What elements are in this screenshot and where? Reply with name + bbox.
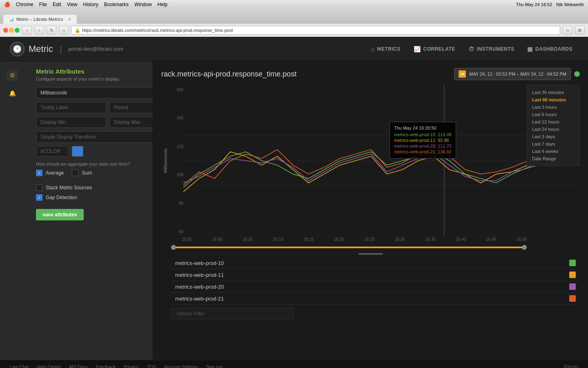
time-range-30min[interactable]: Last 30 minutes [532,89,575,96]
time-range-7d[interactable]: Last 7 days [532,140,575,148]
mac-time: Thu May 24 16:52 [516,2,552,7]
y-tick-120: 120 [171,144,183,149]
back-button[interactable]: ‹ [22,26,32,35]
sum-label: Sum [82,170,92,176]
color-swatch[interactable] [72,146,83,157]
footer-api-docs[interactable]: API Docs [69,364,88,368]
bookmarks-menu[interactable]: Bookmarks [104,2,129,7]
edit-menu[interactable]: Edit [53,2,61,7]
time-range-4w[interactable]: Last 4 weeks [532,148,575,155]
time-range-6h[interactable]: Last 6 hours [532,111,575,118]
display-max-input[interactable] [109,117,153,128]
chart-container: Milliseconds 160 140 120 100 80 60 [161,85,580,319]
app-name: Metric [29,44,53,54]
logo-separator: | [60,44,62,54]
mac-user: Nik Wekwerth [556,2,584,7]
x-tick-10: 16:45 [486,237,496,242]
mac-os-bar: 🍎 Chrome File Edit View History Bookmark… [0,0,588,9]
time-range-date[interactable]: Date Range [532,155,575,162]
footer-privacy[interactable]: Privacy [124,364,138,368]
y-tick-140: 140 [171,116,183,120]
window-minimize[interactable] [9,28,14,33]
scrollbar-indicator [161,253,580,255]
footer-sign-out[interactable]: Sign out [206,364,222,368]
unit-input[interactable] [36,87,153,99]
x-tick-6: 16:25 [364,237,374,242]
time-range-60min[interactable]: Last 60 minutes [532,96,575,103]
alert-icon-btn[interactable]: 🔔 [7,88,18,99]
nav-metrics[interactable]: ⌂ METRICS [365,43,406,55]
time-slider[interactable] [161,244,580,251]
tooltip-label-input[interactable] [36,102,106,113]
apple-menu[interactable]: 🍎 [4,2,10,7]
scroll-thumb [359,253,383,255]
refresh-button[interactable]: ↻ [47,26,56,35]
chrome-menu[interactable]: Chrome [16,2,33,7]
browser-chrome: 📊 Metric – Librato Metrics ✕ [0,9,588,24]
tab-favicon: 📊 [9,17,14,22]
slider-track[interactable] [171,247,527,248]
history-menu[interactable]: History [83,2,98,7]
date-range-button[interactable]: 24 MAY 24, 12 · 03:52 PM – MAY 24, 12 · … [454,68,571,80]
period-input[interactable] [109,102,153,113]
slider-handle-right[interactable] [522,245,527,250]
footer-help-center[interactable]: Help Center [37,364,61,368]
help-menu[interactable]: Help [158,2,168,7]
nav-instruments[interactable]: ⏱ INSTRUMENTS [463,43,520,55]
time-range-24h[interactable]: Last 24 hours [532,126,575,133]
footer-live-chat[interactable]: Live Chat [10,364,29,368]
sum-checkbox[interactable] [72,170,78,176]
browser-tab-active[interactable]: 📊 Metric – Librato Metrics ✕ [3,15,77,24]
content-area: rack.metrics-api-prod.response_time.post… [153,61,588,360]
chart-area[interactable]: Thu May 24 16:30:50 metrics-web-prod-10:… [183,85,580,236]
app-navigation: ⌂ METRICS 📈 CORRELATE ⏱ INSTRUMENTS ▦ DA… [365,43,578,55]
y-tick-60: 60 [171,229,183,234]
nav-metrics-label: METRICS [377,46,401,52]
average-checkbox[interactable] [36,170,42,176]
stream-filter-input[interactable] [171,308,294,319]
metrics-icon: ⌂ [371,46,375,52]
window-maximize[interactable] [15,28,20,33]
time-range-3d[interactable]: Last 3 days [532,133,575,140]
extensions-button[interactable]: ⚙ [575,26,585,35]
footer-feedback[interactable]: Feedback [96,364,116,368]
mac-menu: 🍎 Chrome File Edit View History Bookmark… [4,2,167,7]
home-button[interactable]: ⌂ [59,26,69,35]
window-close[interactable] [3,28,8,33]
color-row: #COLOR [36,146,153,157]
display-transform-input[interactable] [36,131,153,143]
footer-account-settings[interactable]: Account Settings [164,364,198,368]
nav-correlate[interactable]: 📈 CORRELATE [408,43,461,55]
slider-handle-left[interactable] [171,245,176,250]
gap-detection-checkbox[interactable] [36,194,42,201]
average-label: Average [46,170,64,176]
file-menu[interactable]: File [39,2,47,7]
time-range-12h[interactable]: Last 12 hours [532,118,575,126]
settings-icon-btn[interactable]: ⚙ [7,70,18,81]
bookmark-button[interactable]: ☆ [563,26,572,35]
footer-tos[interactable]: TOS [147,364,156,368]
x-tick-1: 16:00 [212,237,223,242]
correlate-icon: 📈 [414,46,421,52]
x-tick-7: 16:30 [395,237,405,242]
sidebar-subtitle: Configure aspects of your metric's displ… [36,76,153,81]
ssl-lock-icon: 🔒 [75,28,80,33]
tab-close-button[interactable]: ✕ [68,17,71,22]
nav-dashboards[interactable]: ▦ DASHBOARDS [521,43,578,55]
instruments-icon: ⏱ [468,46,474,52]
stack-metric-checkbox[interactable] [36,184,42,191]
legend-name-0: metrics-web-prod-10 [175,260,224,266]
forward-button[interactable]: › [34,26,44,35]
address-bar[interactable]: 🔒 https://metrics.librato.com/metrics/ra… [71,26,560,35]
legend-name-3: metrics-web-prod-21 [175,296,224,302]
x-axis-ticks: 15:55 16:00 16:05 16:10 16:15 16:20 16:2… [161,236,527,242]
browser-toolbar: ‹ › ↻ ⌂ 🔒 https://metrics.librato.com/me… [0,24,588,37]
view-menu[interactable]: View [67,2,78,7]
footer: Live Chat Help Center API Docs Feedback … [0,360,588,368]
x-tick-8: 16:35 [425,237,435,242]
save-attributes-button[interactable]: save attributes [36,209,84,220]
legend-area: metrics-web-prod-10 metrics-web-prod-11 … [161,257,580,305]
window-menu[interactable]: Window [134,2,152,7]
time-range-3h[interactable]: Last 3 hours [532,103,575,111]
display-min-input[interactable] [36,117,106,128]
